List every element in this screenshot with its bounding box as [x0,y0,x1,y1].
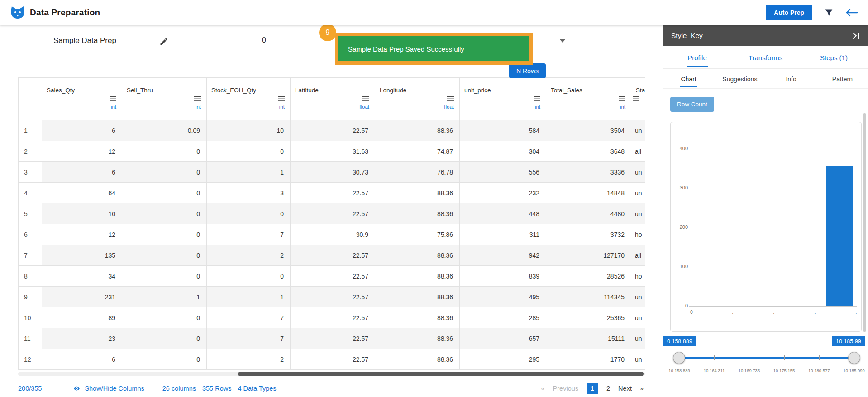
column-menu-icon[interactable] [534,95,540,103]
table-cell: 22.57 [291,287,375,307]
column-header[interactable]: Total_Salesint [546,78,631,120]
table-body: 160.091022.5788.365843504un2120031.6374.… [19,120,645,370]
table-cell: 0 [122,307,207,328]
column-header[interactable]: Sell_Thruint [122,78,207,120]
y-axis-tick-label: 100 [671,264,688,269]
table-row: 10890722.5788.3628525365un [19,307,645,328]
previous-page-button[interactable]: Previous [553,385,578,392]
table-cell: 0 [207,203,291,224]
column-menu-icon[interactable] [619,95,625,103]
table-cell: 556 [460,162,546,183]
slider-tick-mark [749,355,749,360]
page-1-button[interactable]: 1 [587,383,598,394]
panel-header: Style_Key [663,25,868,46]
table-cell: 0 [122,245,207,266]
column-header[interactable]: unit_priceint [460,78,546,120]
column-menu-icon[interactable] [278,95,285,103]
dropdown-value: 0 [262,36,266,44]
show-hide-label: Show/Hide Columns [85,385,144,392]
subtab-suggestions[interactable]: Suggestions [714,69,765,88]
table-cell: 942 [460,245,546,266]
table-cell: 14848 [546,183,631,203]
table-cell: 88.36 [375,245,460,266]
x-axis-line [689,306,857,307]
row-index: 9 [19,287,42,307]
column-menu-icon[interactable] [633,95,639,103]
table-cell: 311 [460,224,546,245]
table-cell: 1 [207,162,291,183]
success-toast: Sample Data Prep Saved Successfully [338,36,529,61]
horizontal-scrollbar-thumb[interactable] [238,372,644,376]
table-cell: 584 [460,120,546,141]
row-index: 1 [19,120,42,141]
table-cell: 1 [122,287,207,307]
chevron-down-icon [560,39,565,43]
auto-prep-button[interactable]: Auto Prep [766,5,812,20]
x-axis-tick-label: . [724,309,742,315]
table-cell: 88.36 [375,266,460,287]
column-menu-icon[interactable] [447,95,454,103]
slider-track[interactable] [679,357,854,359]
table-cell: 1770 [546,349,631,370]
table-cell: 22.57 [291,245,375,266]
n-rows-button[interactable]: N Rows [509,63,546,78]
column-menu-icon[interactable] [194,95,201,103]
row-index: 12 [19,349,42,370]
table-cell: 22.57 [291,349,375,370]
column-header[interactable]: Stock_EOH_Qtyint [207,78,291,120]
column-header[interactable]: Sales_Qtyint [42,78,122,120]
table-cell: 22.57 [291,183,375,203]
table-cell: un [631,349,645,370]
table-cell: all [631,141,645,162]
table-row: 8340022.5788.3683928526ho [19,266,645,287]
histogram-bar [826,166,853,306]
table-cell: 22.57 [291,203,375,224]
slider-handle-max[interactable] [848,352,860,364]
subtab-info[interactable]: Info [766,69,817,88]
panel-tabs: Profile Transforms Steps (1) [663,46,868,69]
table-cell: 10 [207,120,291,141]
slider-tick-label: 10 169 733 [739,368,760,373]
table-cell: 6 [42,162,122,183]
filter-icon[interactable] [824,8,834,18]
table-cell: 88.36 [375,183,460,203]
collapse-panel-icon[interactable] [852,32,860,39]
x-axis-tick-label: 0 [682,309,701,315]
column-menu-icon[interactable] [110,95,116,103]
back-arrow-icon[interactable] [845,8,858,17]
table-cell: 22.57 [291,307,375,328]
prep-name-input[interactable]: Sample Data Prep [52,36,155,51]
row-index: 6 [19,224,42,245]
x-axis-tick-label: . [806,309,824,315]
page-2-button[interactable]: 2 [606,385,610,392]
next-page-button[interactable]: Next [618,385,632,392]
table-cell: 64 [42,183,122,203]
horizontal-scrollbar[interactable] [18,372,645,376]
slider-tick-mark [714,355,715,360]
column-header[interactable]: Lattitudefloat [291,78,375,120]
table-cell: 0 [122,162,207,183]
tab-profile[interactable]: Profile [663,46,731,68]
show-hide-columns-button[interactable]: Show/Hide Columns [72,385,144,392]
table-cell: 88.36 [375,328,460,349]
subtab-suggestions-label: Suggestions [721,70,758,87]
tab-steps[interactable]: Steps (1) [800,46,868,68]
first-page-button[interactable]: « [541,385,545,392]
column-header[interactable]: Sta [631,78,645,120]
subtab-chart[interactable]: Chart [663,69,714,88]
last-page-button[interactable]: » [640,385,644,392]
table-cell: 6 [42,120,122,141]
subtab-pattern[interactable]: Pattern [817,69,868,88]
edit-pencil-icon[interactable] [159,37,168,46]
column-menu-icon[interactable] [362,95,369,103]
row-index: 11 [19,328,42,349]
slider-handle-min[interactable] [673,352,685,364]
table-cell: 1 [207,287,291,307]
panel-scrollbar-thumb[interactable] [863,113,866,332]
row-count-chip[interactable]: Row Count [670,97,714,112]
slider-tick-label: 10 175 155 [773,368,795,373]
slider-tick-label: 10 164 311 [704,368,725,373]
table-cell: 88.36 [375,203,460,224]
tab-transforms[interactable]: Transforms [731,46,800,68]
column-header[interactable]: Longitudefloat [375,78,460,120]
